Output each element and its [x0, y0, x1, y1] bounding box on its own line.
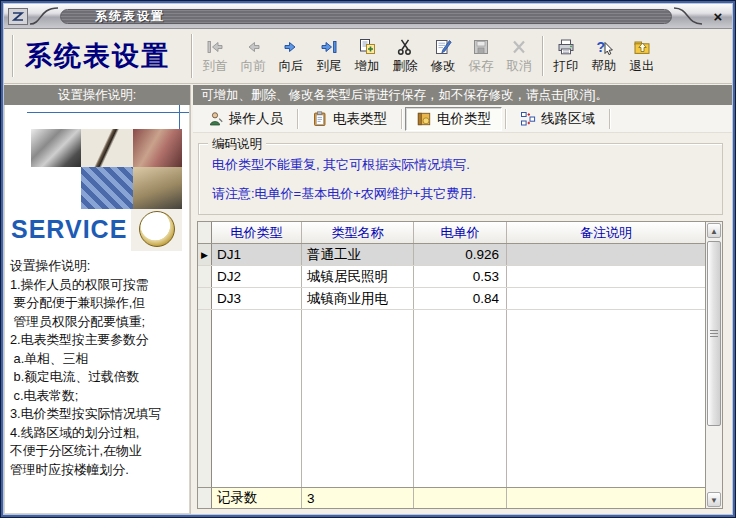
- tools-photo: [31, 129, 81, 167]
- header-band: 系统表设置 到首 向前 向后 到尾: [4, 29, 732, 84]
- scrollbar-grip: [710, 330, 718, 337]
- toolbar-button-help[interactable]: ? 帮助: [585, 31, 623, 81]
- clipboard-icon: [312, 111, 328, 127]
- tabstrip: 操作人员 电表类型 电价类型 线路区域: [193, 105, 732, 133]
- tab-line-regions[interactable]: 线路区域: [509, 107, 606, 131]
- row-indicator-cell: [198, 266, 212, 287]
- tab-label: 电表类型: [333, 110, 387, 128]
- sidebar-header: 设置操作说明:: [4, 85, 190, 105]
- cell-price: 0.926: [414, 244, 507, 265]
- table-row[interactable]: DJ2 城镇居民照明 0.53: [198, 266, 705, 288]
- toolbar-button-last[interactable]: 到尾: [310, 31, 348, 81]
- region-diagram-icon: [520, 111, 536, 127]
- app-icon[interactable]: [8, 8, 28, 25]
- service-wordmark: SERVICE: [11, 215, 127, 244]
- watch-dial: [139, 211, 175, 247]
- titlebar-ornament-left: [29, 5, 59, 27]
- scroll-up-icon[interactable]: ▲: [707, 223, 721, 238]
- toolbar-label: 退出: [630, 58, 655, 75]
- titlebar-pill: 系统表设置: [60, 9, 672, 24]
- titlebar: 系统表设置 ×: [4, 4, 732, 29]
- help-icon: ?: [594, 37, 614, 57]
- pocketwatch-photo: [131, 209, 182, 251]
- keyboard-photo: [81, 167, 133, 209]
- record-count-value: 3: [302, 488, 414, 508]
- grid-header-row: 电价类型 类型名称 电单价 备注说明: [198, 222, 705, 244]
- collage-accent-hline: [27, 112, 189, 113]
- tab-label: 操作人员: [229, 110, 283, 128]
- toolbar-label: 增加: [355, 58, 380, 75]
- table-row[interactable]: ▶ DJ1 普通工业 0.926: [198, 244, 705, 266]
- filler-cell: [212, 310, 302, 487]
- page-title: 系统表设置: [4, 29, 191, 83]
- titlebar-ornament-right: [673, 5, 703, 27]
- toolbar-button-next[interactable]: 向后: [272, 31, 310, 81]
- tab-separator: [505, 109, 506, 129]
- first-record-icon: [205, 37, 225, 57]
- note-line-1: 电价类型不能重复, 其它可根据实际情况填写.: [212, 156, 722, 174]
- tab-meter-types[interactable]: 电表类型: [301, 107, 398, 131]
- tab-label: 电价类型: [437, 110, 491, 128]
- footer-empty-cell: [507, 488, 705, 508]
- cell-remark: [507, 288, 705, 309]
- toolbar-label: 修改: [431, 58, 456, 75]
- toolbar-label: 向后: [279, 58, 304, 75]
- filler-cell: [507, 310, 705, 487]
- tab-separator: [609, 109, 610, 129]
- modify-edit-icon: [433, 37, 453, 57]
- cell-code: DJ2: [212, 266, 302, 287]
- svg-text:?: ?: [597, 39, 606, 55]
- app-window: 系统表设置 × 系统表设置 到首 向前: [0, 0, 736, 518]
- toolbar-button-modify[interactable]: 修改: [424, 31, 462, 81]
- toolbar-label: 到首: [203, 58, 228, 75]
- content-area: 设置操作说明: SERVICE 设置操作说明: 1.操作人员的权限可按需 要分配…: [4, 84, 732, 514]
- toolbar-label: 向前: [241, 58, 266, 75]
- filler-cell: [198, 310, 212, 487]
- toolbar-label: 到尾: [317, 58, 342, 75]
- close-button[interactable]: ×: [704, 8, 732, 25]
- toolbar-label: 保存: [469, 58, 494, 75]
- scroll-down-icon[interactable]: ▼: [707, 492, 721, 507]
- footer-empty-cell: [414, 488, 507, 508]
- toolbar-separator: [542, 36, 543, 76]
- delete-scissors-icon: [395, 37, 415, 57]
- col-header-price-type: 电价类型: [212, 222, 302, 243]
- toolbar-label: 删除: [393, 58, 418, 75]
- cell-code: DJ3: [212, 288, 302, 309]
- tab-price-types[interactable]: 电价类型: [405, 107, 502, 131]
- toolbar-button-save[interactable]: 保存: [462, 31, 500, 81]
- exit-folder-icon: [632, 37, 652, 57]
- grid-rows: 电价类型 类型名称 电单价 备注说明 ▶ DJ1 普通工业 0.926: [198, 222, 705, 508]
- tab-separator: [297, 109, 298, 129]
- toolbar-button-exit[interactable]: 退出: [623, 31, 661, 81]
- save-floppy-icon: [471, 37, 491, 57]
- toolbar-button-first[interactable]: 到首: [196, 31, 234, 81]
- scrollbar-thumb[interactable]: [707, 241, 721, 426]
- toolbar-button-cancel[interactable]: 取消: [500, 31, 538, 81]
- toolbar-label: 帮助: [592, 58, 617, 75]
- files-photo: [133, 129, 182, 167]
- toolbar-button-print[interactable]: 打印: [547, 31, 585, 81]
- add-record-icon: [357, 37, 377, 57]
- vertical-scrollbar[interactable]: ▲ ▼: [705, 222, 722, 508]
- toolbar-button-add[interactable]: 增加: [348, 31, 386, 81]
- window-title: 系统表设置: [61, 10, 165, 23]
- toolbar-button-prev[interactable]: 向前: [234, 31, 272, 81]
- tab-operators[interactable]: 操作人员: [197, 107, 294, 131]
- record-count-label: 记录数: [212, 488, 302, 508]
- table-row[interactable]: DJ3 城镇商业用电 0.84: [198, 288, 705, 310]
- note-line-2: 请注意:电单价=基本电价+农网维护+其它费用.: [212, 185, 722, 203]
- hint-message-bar: 可增加、删除、修改各类型后请进行保存，如不保存修改，请点击[取消]。: [193, 85, 732, 105]
- prev-record-icon: [243, 37, 263, 57]
- cell-remark: [507, 266, 705, 287]
- grid-empty-area: [198, 310, 705, 487]
- price-type-grid: 电价类型 类型名称 电单价 备注说明 ▶ DJ1 普通工业 0.926: [197, 221, 723, 509]
- footer-indicator-cell: [198, 488, 212, 508]
- col-header-type-name: 类型名称: [302, 222, 414, 243]
- toolbar-label: 取消: [507, 58, 532, 75]
- cell-remark: [507, 244, 705, 265]
- cell-price: 0.84: [414, 288, 507, 309]
- toolbar-button-delete[interactable]: 删除: [386, 31, 424, 81]
- cell-name: 普通工业: [302, 244, 414, 265]
- toolbar: 到首 向前 向后 到尾 增加: [192, 29, 732, 83]
